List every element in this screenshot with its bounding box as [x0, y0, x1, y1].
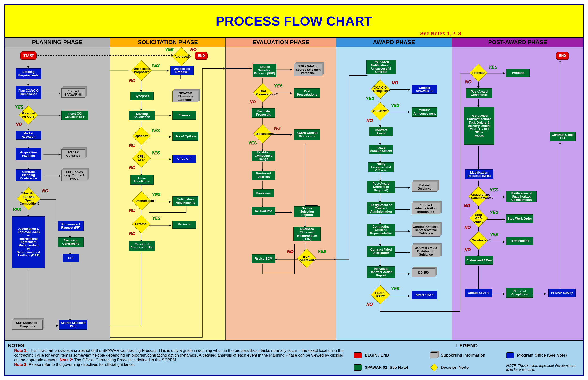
- swimlanes: START Defining Requirements Plan CCA/CIO…: [5, 47, 583, 340]
- doc-spawar-guidebook: SPAWAR Claimancy Guidebook: [172, 91, 198, 102]
- doc-ssp-templates: SSP Guidance / Templates: [12, 320, 42, 329]
- decision-stop-work: Stop Work Order?: [469, 209, 488, 227]
- yes-label: YES: [152, 192, 160, 197]
- node-contract-mod-dist: Contract / Mod Distribution: [367, 246, 395, 257]
- no-label: NO: [464, 225, 471, 230]
- no-label: NO: [366, 118, 373, 123]
- terminator-end-post: END: [556, 52, 569, 60]
- phase-headers: PLANNING PHASE SOLICITATION PHASE EVALUA…: [5, 38, 583, 47]
- no-label: NO: [16, 122, 22, 127]
- footer: NOTES: Note 1: This flowchart provides a…: [5, 340, 583, 375]
- doc-dd350: DD 350: [412, 268, 435, 277]
- decision-chinfo: CHINFO?: [371, 102, 390, 120]
- note2-text: The Official Contracting Process is defi…: [74, 358, 177, 362]
- no-label: NO: [42, 189, 48, 193]
- node-award-without-discussion: Award without Discussion: [294, 129, 320, 140]
- swatch-terminator: [354, 352, 362, 358]
- node-ratification: Ratification of Unauthorized Commitments: [506, 191, 537, 202]
- lane-solicitation: Approved? YES NO END Unsolicited Proposa…: [110, 47, 226, 340]
- phase-header-planning: PLANNING PHASE: [5, 38, 110, 47]
- no-label: NO: [249, 100, 256, 105]
- no-label: NO: [392, 80, 398, 85]
- node-action-report: Individual Contract Action Report: [367, 266, 395, 278]
- node-reevaluate: Re-evaluate: [252, 207, 275, 215]
- lane-postaward: END Protest? YES NO Protests Post-Award …: [452, 47, 583, 340]
- legend-decision: Decision Node: [441, 365, 504, 370]
- doc-debrief-guidance: Debrief Guidance: [412, 182, 438, 192]
- see-notes-label: See Notes 1, 2, 3: [420, 31, 461, 37]
- yes-label: YES: [391, 286, 399, 291]
- phase-header-evaluation: EVALUATION PHASE: [226, 38, 336, 47]
- yes-label: YES: [490, 232, 498, 237]
- phase-header-solicitation: SOLICITATION PHASE: [110, 38, 226, 47]
- legend-program-office: Program Office (See Note): [517, 353, 580, 358]
- node-solicitation-amendments: Solicitation Amendments: [172, 196, 198, 206]
- no-label: NO: [465, 80, 471, 85]
- no-label: NO: [464, 203, 470, 208]
- decision-options: Options?: [132, 127, 151, 145]
- node-market-research: Market Research: [16, 131, 42, 139]
- yes-label: YES: [274, 84, 282, 89]
- node-award-announcement: Award Announcement: [369, 145, 393, 154]
- decision-oral-presentations: Oral Presentations?: [253, 83, 272, 102]
- note3-text: Please refer to the governing directives…: [29, 362, 135, 367]
- node-receipt-bid: Receipt of Proposal or Bid: [129, 241, 155, 251]
- yes-label: YES: [151, 128, 160, 133]
- yes-label: YES: [151, 151, 160, 155]
- node-issue-solicitation: Issue Solicitation: [130, 175, 154, 185]
- node-cor: Contracting Officer's Representative: [367, 224, 395, 236]
- legend-supporting: Supporting Information: [441, 353, 504, 358]
- doc-cpc-topics: CPC Topics (e.g. Contract Types): [61, 170, 87, 181]
- node-ssr: Source Selection Reports: [294, 207, 320, 217]
- decision-other-than-foc: Other than Full and Open Competition?: [17, 187, 40, 210]
- note1-label: Note 1:: [14, 348, 28, 353]
- decision-approved: Approved?: [172, 47, 191, 66]
- node-annual-cpars: Annual CPARs: [465, 289, 492, 297]
- node-protests-sol: Protests: [172, 221, 196, 228]
- node-gfe-gfi: GFE / GFI: [172, 155, 196, 163]
- legend-title: LEGEND: [354, 343, 580, 349]
- yes-label: YES: [248, 141, 257, 146]
- node-procurement-request: Procurement Request (PR): [58, 221, 84, 231]
- terminator-end-sol: END: [195, 52, 208, 60]
- no-label: NO: [129, 165, 135, 170]
- lane-evaluation: Source Selection Process (SSP) SSP / Bri…: [226, 47, 336, 340]
- node-clauses: Clauses: [172, 111, 196, 119]
- doc-as-ap-guidance: AS / AP Guidance: [61, 149, 85, 159]
- yes-label: YES: [490, 188, 498, 192]
- phase-header-postaward: POST-AWARD PHASE: [452, 38, 583, 47]
- decision-protest-post: Protest?: [469, 64, 487, 82]
- node-contract-completion: Contract Completion: [506, 288, 533, 298]
- swatch-spawar02: [354, 364, 362, 371]
- node-mod-requests: Modification Requests (MRs): [465, 169, 493, 179]
- node-preaward-debriefs: Pre-Award Debriefs: [252, 171, 275, 180]
- note2-label: Note 2:: [60, 358, 73, 362]
- node-cpc-conference: Contract Planning Conference: [16, 169, 42, 181]
- node-source-selection-plan: Source Selection Plan: [59, 320, 87, 329]
- node-ssp: Source Selection Process (SSP): [253, 64, 276, 77]
- note3-label: Note 3:: [14, 362, 28, 367]
- yes-label: YES: [488, 65, 497, 70]
- node-revisions: Revisions: [253, 189, 274, 197]
- no-label: NO: [366, 302, 373, 307]
- yes-label: YES: [317, 249, 326, 254]
- yes-label: YES: [152, 216, 160, 221]
- notes-header: NOTES:: [8, 343, 347, 348]
- node-notify-unsuccessful: Notify Unsuccessful Offerors: [368, 162, 394, 172]
- node-defining-requirements: Defining Requirements: [16, 68, 42, 79]
- node-establish-range: Establish Competitive Range: [252, 151, 275, 161]
- yes-label: YES: [151, 63, 160, 68]
- node-postaward-debriefs: Post-Award Debriefs (If Required): [367, 181, 395, 193]
- node-contract-actions: Post-Award Contract Actions Task Orders …: [464, 107, 494, 145]
- node-contact-spawar08-award: Contact SPAWAR 08: [412, 85, 438, 94]
- decision-amendments: Amendments?: [132, 191, 151, 210]
- legend-begin-end: BEGIN / END: [365, 353, 428, 358]
- phase-header-award: AWARD PHASE: [336, 38, 452, 47]
- doc-cor-guidance: Contract Officer's Representative Guidan…: [412, 224, 440, 236]
- notes-section: NOTES: Note 1: This flowchart provides a…: [5, 341, 350, 375]
- lane-planning: START Defining Requirements Plan CCA/CIO…: [5, 47, 110, 340]
- node-acquisition-planning: Acquisition Planning: [16, 148, 42, 160]
- yes-label: YES: [391, 103, 399, 108]
- node-electronic-contracting: Electronic Contracting: [58, 237, 84, 247]
- node-contract-closeout: Contract Close Out: [550, 132, 576, 141]
